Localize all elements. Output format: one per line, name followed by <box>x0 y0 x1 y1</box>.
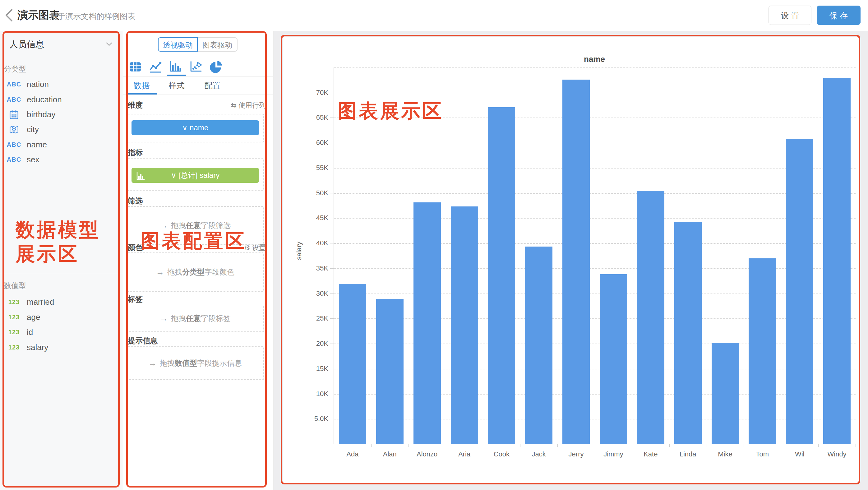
dataset-selector[interactable]: 人员信息 <box>0 31 123 56</box>
field-item-id[interactable]: 123 id <box>0 325 123 339</box>
tab-data[interactable]: 数据 <box>126 80 157 91</box>
gridline <box>334 369 856 369</box>
dimension-drop-zone[interactable]: ∨ name <box>127 114 264 143</box>
mode-pivot-driven[interactable]: 透视驱动 <box>158 37 198 52</box>
measure-pill-salary[interactable]: ∨ [总计] salary <box>131 168 259 183</box>
bar[interactable] <box>637 191 664 444</box>
swap-icon: ⇆ <box>231 101 236 109</box>
gridline <box>334 394 856 395</box>
back-button[interactable] <box>5 9 13 22</box>
field-item-birthday[interactable]: birthday <box>0 107 123 122</box>
save-button[interactable]: 保 存 <box>817 6 861 25</box>
settings-button[interactable]: 设 置 <box>769 6 811 25</box>
gridline <box>334 343 856 344</box>
x-tick-label: Wil <box>781 450 818 458</box>
field-label: birthday <box>27 107 56 122</box>
bar[interactable] <box>600 274 627 444</box>
numeric-field-icon: 123 <box>4 340 24 355</box>
gridline <box>334 294 856 294</box>
tab-style[interactable]: 样式 <box>161 80 192 91</box>
bar[interactable] <box>749 258 776 444</box>
y-tick <box>330 168 334 168</box>
color-drop-zone[interactable]: → 拖拽分类型字段颜色 <box>127 252 264 292</box>
line-chart-icon[interactable] <box>149 60 162 73</box>
field-item-married[interactable]: 123 married <box>0 295 123 309</box>
use-rows-toggle[interactable]: ⇆ 使用行列 <box>231 101 266 110</box>
y-tick <box>330 143 334 143</box>
y-tick-label: 20K <box>303 339 328 348</box>
numeric-field-icon: 123 <box>4 310 24 325</box>
scatter-chart-icon[interactable] <box>189 60 203 73</box>
bar[interactable] <box>674 222 702 444</box>
bar[interactable] <box>823 78 850 444</box>
dataset-name: 人员信息 <box>9 38 44 50</box>
config-tabs: 数据 样式 配置 <box>123 78 273 95</box>
app-window: 演示图表 用于演示文档的样例图表 设 置 保 存 人员信息 分类型 ABC na… <box>0 0 868 490</box>
text-field-icon: ABC <box>4 137 24 152</box>
filter-drop-zone[interactable]: → 拖拽任意字段筛选 <box>127 206 264 245</box>
bar[interactable] <box>525 247 553 444</box>
y-tick <box>330 343 334 344</box>
field-label: education <box>27 92 62 107</box>
plot-area: 5.0K10K15K20K25K30K35K40K45K50K55K60K65K… <box>334 67 856 444</box>
bar[interactable] <box>376 299 404 444</box>
color-label: 颜色 <box>128 243 143 252</box>
color-settings-button[interactable]: ⚙ 设置 <box>244 243 266 252</box>
text-field-icon: ABC <box>4 77 24 92</box>
x-tick <box>334 444 334 447</box>
y-tick <box>330 93 334 93</box>
field-item-sex[interactable]: ABC sex <box>0 152 123 167</box>
bar-chart-icon[interactable] <box>169 60 182 73</box>
bar[interactable] <box>786 139 813 444</box>
y-tick <box>330 218 334 218</box>
dimension-label: 维度 <box>128 100 143 110</box>
field-item-city[interactable]: city <box>0 122 123 137</box>
header: 演示图表 用于演示文档的样例图表 设 置 保 存 <box>0 0 868 31</box>
bar[interactable] <box>339 284 366 444</box>
pie-chart-icon[interactable] <box>210 60 223 73</box>
filter-label: 筛选 <box>128 196 143 206</box>
gridline <box>334 318 856 319</box>
bar[interactable] <box>562 80 590 444</box>
x-tick-label: Ada <box>334 450 371 458</box>
back-chevron-icon <box>5 9 13 22</box>
x-tick <box>632 444 632 447</box>
bar[interactable] <box>413 203 441 444</box>
tag-drop-hint: → 拖拽任意字段标签 <box>127 305 263 331</box>
y-tick <box>330 243 334 243</box>
field-label: age <box>27 310 40 325</box>
tooltip-drop-zone[interactable]: → 拖拽数值型字段提示信息 <box>127 346 264 380</box>
text-field-icon: ABC <box>4 152 24 167</box>
mode-chart-driven[interactable]: 图表驱动 <box>198 37 238 52</box>
table-chart-icon[interactable] <box>129 60 142 73</box>
gridline <box>334 268 856 269</box>
field-label: married <box>27 295 54 309</box>
y-tick-label: 50K <box>303 189 328 197</box>
gridline <box>334 143 856 143</box>
x-tick-label: Jimmy <box>595 450 632 458</box>
field-label: sex <box>27 152 39 167</box>
field-item-nation[interactable]: ABC nation <box>0 77 123 92</box>
gridline <box>334 168 856 169</box>
field-item-education[interactable]: ABC education <box>0 92 123 107</box>
x-tick <box>371 444 372 447</box>
x-tick-label: Alan <box>371 450 408 458</box>
bar[interactable] <box>451 207 478 444</box>
dimension-pill-name[interactable]: ∨ name <box>131 120 259 135</box>
numeric-field-icon: 123 <box>4 295 24 309</box>
tag-drop-zone[interactable]: → 拖拽任意字段标签 <box>127 305 264 332</box>
chevron-down-icon: ∨ <box>171 171 177 179</box>
bar[interactable] <box>712 343 739 444</box>
field-item-salary[interactable]: 123 salary <box>0 340 123 355</box>
tag-label: 标签 <box>128 294 143 304</box>
measure-drop-zone[interactable]: ∨ [总计] salary <box>127 158 264 191</box>
tab-config[interactable]: 配置 <box>197 80 228 91</box>
y-tick-label: 15K <box>303 364 328 373</box>
field-item-age[interactable]: 123 age <box>0 310 123 325</box>
bar[interactable] <box>488 107 515 444</box>
x-tick-label: Jerry <box>557 450 595 458</box>
color-drop-hint: → 拖拽分类型字段颜色 <box>127 253 263 291</box>
tooltip-drop-hint: → 拖拽数值型字段提示信息 <box>127 347 263 379</box>
gridline <box>334 67 856 68</box>
field-item-name[interactable]: ABC name <box>0 137 123 152</box>
